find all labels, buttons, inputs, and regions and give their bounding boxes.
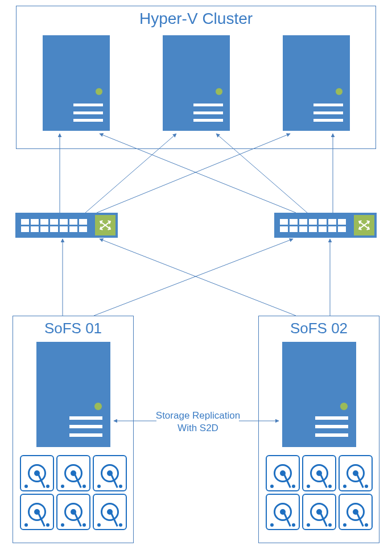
- crossover-icon: [354, 215, 374, 235]
- cluster-title: Hyper-V Cluster: [16, 10, 376, 28]
- network-switch-2: [274, 213, 377, 238]
- hard-disk-icon: [302, 455, 336, 491]
- status-led-icon: [95, 88, 103, 96]
- hard-disk-icon: [339, 494, 373, 530]
- sofs-1-disks: [19, 455, 127, 530]
- vent-icon: [193, 104, 223, 122]
- sofs-1-server-icon: [36, 342, 110, 447]
- hard-disk-icon: [56, 494, 90, 530]
- diagram-canvas: Hyper-V Cluster: [0, 0, 392, 550]
- hard-disk-icon: [93, 455, 127, 491]
- hyperv-host-3: [283, 35, 350, 131]
- vent-icon: [315, 416, 348, 437]
- replication-label: Storage Replication With S2D: [152, 410, 244, 435]
- sofs-2-disks: [265, 455, 373, 530]
- hyperv-host-1: [43, 35, 110, 131]
- sofs-1-title: SoFS 01: [13, 320, 133, 337]
- network-switch-1: [15, 213, 118, 238]
- hard-disk-icon: [56, 455, 90, 491]
- replication-line2: With S2D: [178, 423, 218, 433]
- status-led-icon: [94, 402, 102, 411]
- sofs-node-2: SoFS 02: [258, 316, 379, 543]
- switch-ports-icon: [21, 219, 87, 232]
- svg-line-8: [100, 239, 296, 316]
- sofs-2-title: SoFS 02: [259, 320, 379, 337]
- hard-disk-icon: [20, 455, 54, 491]
- status-led-icon: [335, 88, 343, 96]
- switch-ports-icon: [280, 219, 346, 232]
- hard-disk-icon: [20, 494, 54, 530]
- hard-disk-icon: [266, 455, 300, 491]
- hyperv-host-2: [163, 35, 230, 131]
- crossover-icon: [95, 215, 115, 235]
- sofs-2-server-icon: [282, 342, 356, 447]
- hard-disk-icon: [266, 494, 300, 530]
- vent-icon: [69, 416, 102, 437]
- hard-disk-icon: [302, 494, 336, 530]
- svg-line-7: [94, 239, 293, 316]
- hard-disk-icon: [339, 455, 373, 491]
- replication-line1: Storage Replication: [156, 410, 240, 421]
- status-led-icon: [340, 402, 348, 411]
- hard-disk-icon: [93, 494, 127, 530]
- sofs-node-1: SoFS 01: [13, 316, 134, 543]
- vent-icon: [313, 104, 343, 122]
- status-led-icon: [215, 88, 223, 96]
- vent-icon: [73, 104, 103, 122]
